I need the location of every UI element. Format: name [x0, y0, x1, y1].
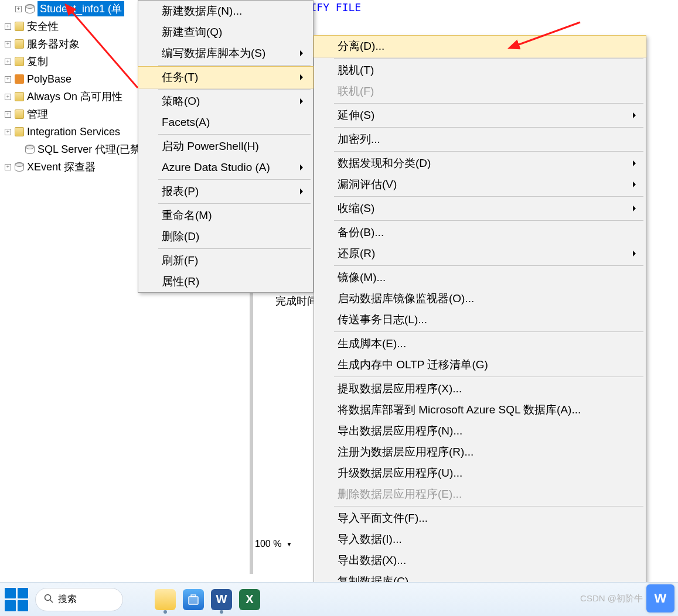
- menu-item-label: 新建查询(Q): [162, 25, 222, 40]
- menu-item[interactable]: 导入数据(I)...: [314, 529, 646, 550]
- menu-item-label: 任务(T): [162, 70, 198, 85]
- object-explorer-tree[interactable]: +Student_info1 (单+安全性+服务器对象+复制+PolyBase+…: [0, 0, 138, 176]
- tree-item[interactable]: +Always On 高可用性: [0, 88, 138, 105]
- menu-item[interactable]: 加密列...: [314, 129, 646, 150]
- menu-item[interactable]: 漏洞评估(V): [314, 174, 646, 195]
- menu-separator: [158, 134, 311, 135]
- expand-icon[interactable]: +: [5, 76, 11, 83]
- menu-item[interactable]: 脱机(T): [314, 60, 646, 81]
- menu-item[interactable]: 镜像(M)...: [314, 267, 646, 288]
- tree-item[interactable]: +管理: [0, 105, 138, 123]
- expand-icon[interactable]: +: [5, 129, 11, 135]
- taskbar-search[interactable]: 搜索: [35, 588, 123, 611]
- menu-item[interactable]: 任务(T): [138, 67, 313, 88]
- svg-rect-4: [191, 595, 196, 597]
- menu-item-label: 导入数据(I)...: [338, 532, 402, 547]
- dropdown-icon[interactable]: ▼: [286, 541, 292, 547]
- db-icon: [15, 162, 24, 172]
- menu-item-label: 重命名(M): [162, 208, 212, 223]
- menu-item-label: 生成内存中 OLTP 迁移清单(G): [338, 357, 488, 372]
- menu-separator: [334, 377, 643, 377]
- sql-editor: MODIFY FILE: [253, 0, 678, 15]
- menu-item[interactable]: 新建数据库(N)...: [138, 1, 313, 22]
- menu-separator: [334, 196, 643, 197]
- menu-item[interactable]: 删除(D): [138, 226, 313, 247]
- menu-item[interactable]: 启动 PowerShell(H): [138, 136, 313, 157]
- expand-icon[interactable]: +: [15, 6, 22, 12]
- menu-item[interactable]: 生成内存中 OLTP 迁移清单(G): [314, 354, 646, 375]
- menu-item-label: 数据发现和分类(D): [338, 156, 431, 171]
- svg-line-1: [50, 600, 53, 603]
- taskbar-excel[interactable]: X: [239, 589, 260, 610]
- menu-item[interactable]: 提取数据层应用程序(X)...: [314, 378, 646, 399]
- taskbar-file-explorer[interactable]: [155, 589, 176, 610]
- menu-item[interactable]: 重命名(M): [138, 205, 313, 226]
- db-icon: [25, 4, 35, 13]
- taskbar-ms-store[interactable]: [183, 589, 204, 610]
- menu-item[interactable]: 属性(R): [138, 271, 313, 292]
- menu-item[interactable]: 导出数据(X)...: [314, 550, 646, 571]
- menu-separator: [158, 89, 311, 90]
- tree-item[interactable]: +XEvent 探查器: [0, 158, 138, 176]
- expand-icon[interactable]: +: [5, 164, 11, 170]
- menu-item[interactable]: Facets(A): [138, 112, 313, 133]
- menu-item[interactable]: 策略(O): [138, 91, 313, 112]
- menu-item[interactable]: 收缩(S): [314, 198, 646, 219]
- expand-icon[interactable]: +: [5, 23, 11, 30]
- folder-icon: [15, 109, 24, 119]
- expand-icon[interactable]: [15, 146, 22, 153]
- menu-item-label: 加密列...: [338, 132, 380, 147]
- menu-separator: [158, 65, 311, 66]
- wps-button[interactable]: W: [646, 584, 674, 612]
- svg-point-0: [45, 594, 51, 600]
- menu-item[interactable]: 备份(B)...: [314, 222, 646, 243]
- menu-item[interactable]: 启动数据库镜像监视器(O)...: [314, 288, 646, 309]
- menu-item[interactable]: 将数据库部署到 Microsoft Azure SQL 数据库(A)...: [314, 399, 646, 420]
- menu-item-label: 生成脚本(E)...: [338, 336, 406, 351]
- menu-item[interactable]: 刷新(F): [138, 250, 313, 271]
- menu-item[interactable]: 还原(R): [314, 243, 646, 264]
- expand-icon[interactable]: +: [5, 41, 11, 47]
- tree-item-label: Student_info1 (单: [38, 1, 124, 16]
- menu-item-label: 删除(D): [162, 229, 199, 244]
- menu-item[interactable]: 报表(P): [138, 181, 313, 202]
- menu-item[interactable]: 生成脚本(E)...: [314, 333, 646, 354]
- menu-item[interactable]: 注册为数据层应用程序(R)...: [314, 442, 646, 463]
- menu-separator: [334, 331, 643, 332]
- menu-item[interactable]: 传送事务日志(L)...: [314, 309, 646, 330]
- tree-item[interactable]: +Integration Services: [0, 123, 138, 141]
- menu-item-label: 收缩(S): [338, 201, 374, 216]
- expand-icon[interactable]: +: [5, 111, 11, 118]
- menu-item[interactable]: 延伸(S): [314, 105, 646, 126]
- menu-item-label: 备份(B)...: [338, 225, 384, 240]
- menu-item[interactable]: 分离(D)...: [314, 36, 646, 57]
- menu-item[interactable]: 编写数据库脚本为(S): [138, 43, 313, 64]
- tree-item[interactable]: +复制: [0, 53, 138, 70]
- tree-item[interactable]: +服务器对象: [0, 35, 138, 53]
- editor-status-text: 完成时间: [275, 294, 318, 308]
- menu-item[interactable]: 导入平面文件(F)...: [314, 508, 646, 529]
- tree-item[interactable]: +Student_info1 (单: [0, 0, 138, 18]
- menu-item[interactable]: 新建查询(Q): [138, 22, 313, 43]
- menu-item[interactable]: 数据发现和分类(D): [314, 153, 646, 174]
- menu-item[interactable]: 导出数据层应用程序(N)...: [314, 420, 646, 442]
- menu-item-label: 刷新(F): [162, 253, 198, 268]
- start-button[interactable]: [5, 588, 28, 611]
- menu-item-label: 启动数据库镜像监视器(O)...: [338, 291, 474, 306]
- menu-item-label: 编写数据库脚本为(S): [162, 46, 265, 61]
- menu-item[interactable]: Azure Data Studio (A): [138, 157, 313, 178]
- tree-item[interactable]: +PolyBase: [0, 70, 138, 88]
- tree-item[interactable]: SQL Server 代理(已禁: [0, 141, 138, 158]
- menu-item-label: Azure Data Studio (A): [162, 161, 270, 174]
- tree-item[interactable]: +安全性: [0, 18, 138, 35]
- menu-item[interactable]: 升级数据层应用程序(U)...: [314, 463, 646, 484]
- svg-rect-2: [189, 597, 198, 604]
- tree-item-label: 服务器对象: [27, 37, 80, 51]
- folder-icon: [15, 92, 24, 101]
- windows-taskbar[interactable]: 搜索 W X: [0, 582, 678, 616]
- menu-item-label: 升级数据层应用程序(U)...: [338, 466, 462, 481]
- expand-icon[interactable]: +: [5, 94, 11, 100]
- expand-icon[interactable]: +: [5, 59, 11, 65]
- menu-item: 删除数据层应用程序(E)...: [314, 484, 646, 505]
- taskbar-word[interactable]: W: [211, 589, 232, 610]
